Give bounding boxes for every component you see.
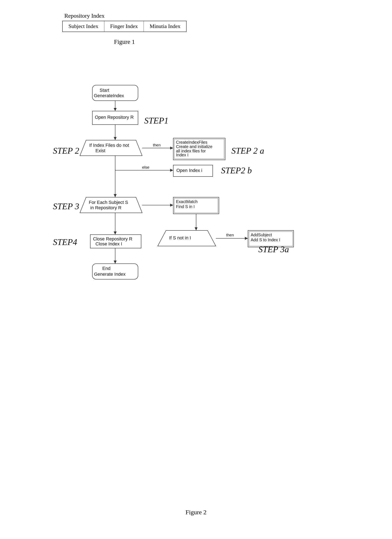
open-repo-text: Open Repository R xyxy=(95,115,134,120)
step2-label: STEP 2 xyxy=(53,146,79,155)
arrow-2-head xyxy=(114,137,117,140)
step2a-label: STEP 2 a xyxy=(231,146,264,155)
if-index-text1: If Index Files do not xyxy=(89,143,129,148)
generate-index-text: GenerateIndex xyxy=(94,93,124,98)
end-text2: Generate Index xyxy=(94,272,125,277)
flowchart-svg: .box-text { font-family: Arial, sans-ser… xyxy=(51,79,341,505)
fig2-caption: Figure 2 xyxy=(0,509,392,516)
step4-label: STEP4 xyxy=(53,237,77,247)
arrow-10-head xyxy=(114,260,117,264)
else-label: else xyxy=(142,165,149,169)
finger-index-cell: Finger Index xyxy=(104,21,144,32)
index-table: Subject Index Finger Index Minutia Index xyxy=(62,21,186,32)
for-each-text2: in Repository R xyxy=(90,205,121,210)
create-index-text1: CreateIndexFiles xyxy=(176,140,207,144)
minutia-index-cell: Minutia Index xyxy=(144,21,186,32)
arrow-3-head xyxy=(170,147,173,149)
arrow-6-head xyxy=(170,204,173,207)
figure-2: .box-text { font-family: Arial, sans-ser… xyxy=(0,79,392,516)
arrow-5-head xyxy=(114,194,117,197)
create-index-text2: Create and initialize xyxy=(176,144,212,149)
add-subject-text1: AddSubject xyxy=(251,232,272,237)
subject-index-cell: Subject Index xyxy=(62,21,104,32)
add-subject-text2: Add S to Index I xyxy=(251,237,280,242)
if-s-not-in-i-text: If S not in I xyxy=(169,235,191,241)
then2-label: then xyxy=(226,233,234,237)
arrow-else-head xyxy=(170,169,173,172)
exact-match-text1: ExactMatch xyxy=(176,199,198,204)
create-index-text4: Index I xyxy=(176,153,188,157)
repo-index-label: Repository Index xyxy=(64,12,186,19)
arrow-8-head xyxy=(195,227,198,231)
exact-match-text2: Find S in I xyxy=(176,204,195,209)
for-each-text1: For Each Subject S xyxy=(89,200,128,205)
figure-1: Repository Index Subject Index Finger In… xyxy=(62,12,186,45)
step1-label: STEP1 xyxy=(144,116,168,125)
open-index-text: Open Index i xyxy=(176,168,202,173)
close-repo-text2: Close Index I xyxy=(96,241,122,246)
start-text: Start xyxy=(100,88,109,93)
arrow-1-head xyxy=(114,108,117,111)
close-repo-text1: Close Repository R xyxy=(93,236,132,241)
then-label: then xyxy=(153,143,161,147)
if-index-text2: Exist xyxy=(96,148,105,153)
step2b-label: STEP2 b xyxy=(221,166,252,175)
fig1-caption: Figure 1 xyxy=(62,38,186,45)
step3-label: STEP 3 xyxy=(53,202,79,211)
step3a-label: STEP 3a xyxy=(258,245,289,254)
arrow-7-head xyxy=(114,231,117,235)
end-text1: End xyxy=(102,266,110,271)
arrow-9-head xyxy=(245,237,248,240)
